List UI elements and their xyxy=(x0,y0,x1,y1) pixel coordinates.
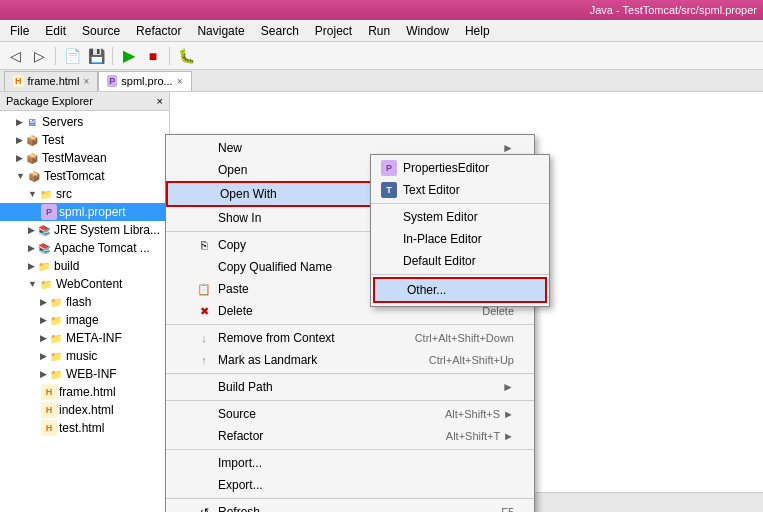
tree-item-apache-tomcat[interactable]: ▶ 📚 Apache Tomcat ... xyxy=(0,239,169,257)
ctx-removecontext-label: Remove from Context xyxy=(218,331,335,345)
tree-item-test[interactable]: ▶ 📦 Test xyxy=(0,131,169,149)
sub-default-editor[interactable]: Default Editor xyxy=(371,250,549,272)
ctx-paste-icon: 📋 xyxy=(196,281,212,297)
sub-defeditor-icon xyxy=(381,253,397,269)
ctx-source-shortcut: Alt+Shift+S ► xyxy=(445,408,514,420)
tree-item-webcontent[interactable]: ▼ 📁 WebContent xyxy=(0,275,169,293)
build-icon: 📁 xyxy=(36,258,52,274)
sub-syseditor-label: System Editor xyxy=(403,210,478,224)
ctx-build-path[interactable]: Build Path ► xyxy=(166,376,534,398)
expand-icon: ▶ xyxy=(16,135,23,145)
sidebar-title: Package Explorer xyxy=(6,95,93,107)
title-text: Java - TestTomcat/src/spml.proper xyxy=(590,4,757,16)
menu-item-refactor[interactable]: Refactor xyxy=(128,22,189,40)
ctx-delete-label: Delete xyxy=(218,304,253,318)
ctx-import[interactable]: Import... xyxy=(166,452,534,474)
tree-item-spml[interactable]: P spml.propert xyxy=(0,203,169,221)
sub-inplace-editor[interactable]: In-Place Editor xyxy=(371,228,549,250)
sub-text-editor[interactable]: T Text Editor xyxy=(371,179,549,201)
menu-item-source[interactable]: Source xyxy=(74,22,128,40)
menu-item-search[interactable]: Search xyxy=(253,22,307,40)
ctx-remove-context[interactable]: ↓ Remove from Context Ctrl+Alt+Shift+Dow… xyxy=(166,327,534,349)
ctx-removecontext-shortcut: Ctrl+Alt+Shift+Down xyxy=(415,332,514,344)
menu-item-edit[interactable]: Edit xyxy=(37,22,74,40)
sub-sep-2 xyxy=(371,274,549,275)
menu-bar: FileEditSourceRefactorNavigateSearchProj… xyxy=(0,20,763,42)
tree-item-flash[interactable]: ▶ 📁 flash xyxy=(0,293,169,311)
ctx-copy-label: Copy xyxy=(218,238,246,252)
ctx-refresh[interactable]: ↺ Refresh F5 xyxy=(166,501,534,512)
toolbar-new[interactable]: 📄 xyxy=(61,45,83,67)
sub-sep-1 xyxy=(371,203,549,204)
tab-frame-html-label: frame.html xyxy=(28,75,80,87)
tree-label-frame-html: frame.html xyxy=(59,385,116,399)
toolbar-debug[interactable]: 🐛 xyxy=(175,45,197,67)
ctx-refactor[interactable]: Refactor Alt+Shift+T ► xyxy=(166,425,534,447)
tree-item-metainf[interactable]: ▶ 📁 META-INF xyxy=(0,329,169,347)
ctx-paste-label: Paste xyxy=(218,282,249,296)
tree-item-webinf[interactable]: ▶ 📁 WEB-INF xyxy=(0,365,169,383)
toolbar-stop[interactable]: ■ xyxy=(142,45,164,67)
tree-item-build[interactable]: ▶ 📁 build xyxy=(0,257,169,275)
ctx-showin-icon xyxy=(196,210,212,226)
sub-defeditor-label: Default Editor xyxy=(403,254,476,268)
tree-item-jre[interactable]: ▶ 📚 JRE System Libra... xyxy=(0,221,169,239)
menu-item-file[interactable]: File xyxy=(2,22,37,40)
main-layout: Package Explorer × ▶ 🖥 Servers ▶ 📦 Test … xyxy=(0,92,763,512)
tree-item-music[interactable]: ▶ 📁 music xyxy=(0,347,169,365)
ctx-sep-5 xyxy=(166,449,534,450)
tree-item-testtomcat[interactable]: ▼ 📦 TestTomcat xyxy=(0,167,169,185)
sidebar-content[interactable]: ▶ 🖥 Servers ▶ 📦 Test ▶ 📦 TestMavean ▼ 📦 … xyxy=(0,111,169,512)
toolbar-back[interactable]: ◁ xyxy=(4,45,26,67)
sub-other-icon xyxy=(385,282,401,298)
sub-texteditor-icon: T xyxy=(381,182,397,198)
ctx-refresh-label: Refresh xyxy=(218,505,260,512)
sub-system-editor[interactable]: System Editor xyxy=(371,206,549,228)
menu-item-navigate[interactable]: Navigate xyxy=(189,22,252,40)
menu-item-window[interactable]: Window xyxy=(398,22,457,40)
sidebar-header: Package Explorer × xyxy=(0,92,169,111)
toolbar-save[interactable]: 💾 xyxy=(85,45,107,67)
ctx-landmark-label: Mark as Landmark xyxy=(218,353,317,367)
ctx-export[interactable]: Export... xyxy=(166,474,534,496)
toolbar: ◁ ▷ 📄 💾 ▶ ■ 🐛 xyxy=(0,42,763,70)
ctx-new-label: New xyxy=(218,141,242,155)
toolbar-forward[interactable]: ▷ xyxy=(28,45,50,67)
sub-other[interactable]: Other... xyxy=(373,277,547,303)
testmavean-icon: 📦 xyxy=(24,150,40,166)
ctx-landmark-shortcut: Ctrl+Alt+Shift+Up xyxy=(429,354,514,366)
tree-item-frame-html[interactable]: H frame.html xyxy=(0,383,169,401)
toolbar-run[interactable]: ▶ xyxy=(118,45,140,67)
menu-item-help[interactable]: Help xyxy=(457,22,498,40)
ctx-source[interactable]: Source Alt+Shift+S ► xyxy=(166,403,534,425)
tree-label-metainf: META-INF xyxy=(66,331,122,345)
menu-item-project[interactable]: Project xyxy=(307,22,360,40)
tree-label-src: src xyxy=(56,187,72,201)
ctx-removecontext-icon: ↓ xyxy=(196,330,212,346)
expand-icon: ▶ xyxy=(40,333,47,343)
ctx-buildpath-label: Build Path xyxy=(218,380,273,394)
ctx-export-label: Export... xyxy=(218,478,263,492)
tab-spml-pro[interactable]: P spml.pro... × xyxy=(98,71,191,91)
image-icon: 📁 xyxy=(48,312,64,328)
sub-properties-editor[interactable]: P PropertiesEditor xyxy=(371,157,549,179)
sub-propeditor-icon: P xyxy=(381,160,397,176)
open-with-submenu[interactable]: P PropertiesEditor T Text Editor System … xyxy=(370,154,550,307)
tab-spml-close[interactable]: × xyxy=(177,76,183,87)
menu-item-run[interactable]: Run xyxy=(360,22,398,40)
tree-item-src[interactable]: ▼ 📁 src xyxy=(0,185,169,203)
tab-frame-html[interactable]: H frame.html × xyxy=(4,71,98,91)
tree-item-index-html[interactable]: H index.html xyxy=(0,401,169,419)
tab-frame-html-close[interactable]: × xyxy=(83,76,89,87)
ctx-sep-6 xyxy=(166,498,534,499)
ctx-mark-landmark[interactable]: ↑ Mark as Landmark Ctrl+Alt+Shift+Up xyxy=(166,349,534,371)
tab-spml-icon: P xyxy=(107,75,117,87)
sidebar-close-icon[interactable]: × xyxy=(157,95,163,107)
tree-item-servers[interactable]: ▶ 🖥 Servers xyxy=(0,113,169,131)
tree-item-test-html[interactable]: H test.html xyxy=(0,419,169,437)
tree-item-testmavean[interactable]: ▶ 📦 TestMavean xyxy=(0,149,169,167)
tree-item-image[interactable]: ▶ 📁 image xyxy=(0,311,169,329)
server-icon: 🖥 xyxy=(24,114,40,130)
ctx-import-icon xyxy=(196,455,212,471)
ctx-export-icon xyxy=(196,477,212,493)
